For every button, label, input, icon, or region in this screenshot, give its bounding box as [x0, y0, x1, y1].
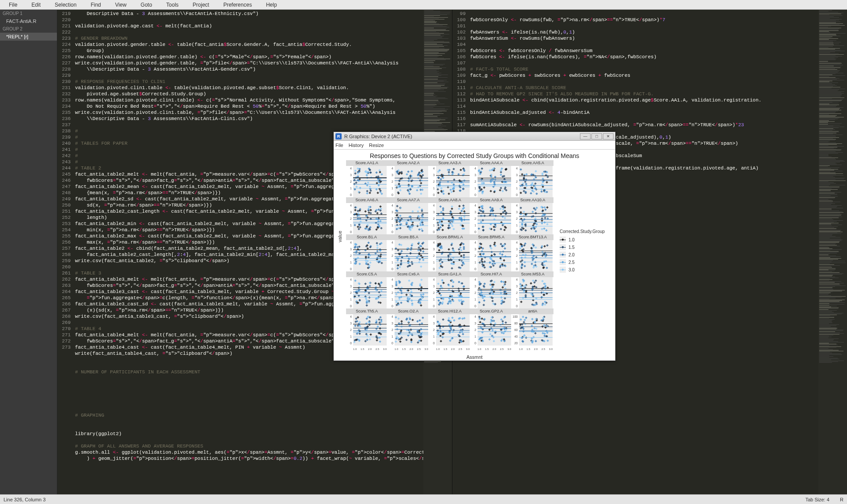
facet-body — [478, 240, 511, 271]
facet-body — [395, 203, 428, 234]
menu-help[interactable]: Help — [259, 1, 284, 9]
plot-title: Responses to Questions by Corrected Stud… — [334, 150, 615, 160]
r-window-menubar: File History Resize — [334, 141, 615, 150]
facet-Score.BMT13.A: Score.BMT13.A43210 — [512, 234, 553, 271]
legend-swatch-icon — [560, 244, 566, 250]
r-window-title: R Graphics: Device 2 (ACTIVE) — [344, 134, 412, 139]
facet-body — [436, 166, 470, 197]
facet-Score.B5.A: Score.B5.A43210 — [388, 234, 429, 271]
gutter-left: 2192202212222232242252262272282292302312… — [57, 10, 73, 494]
facet-strip: Score.BRM1.A — [429, 234, 471, 240]
menu-find[interactable]: Find — [83, 1, 108, 9]
plot-area: Responses to Questions by Corrected Stud… — [334, 150, 615, 361]
menu-edit[interactable]: Edit — [24, 1, 48, 9]
facet-Score.AA5.A: Score.AA5.A43210 — [512, 160, 553, 197]
facet-strip: Score.O2.A — [388, 308, 429, 314]
facet-Score.O2.A: Score.O2.A432101.01.52.02.53.0 — [388, 308, 429, 346]
legend-item: 2.0 — [560, 252, 613, 258]
facet-Score.GA1.A: Score.GA1.A43210 — [429, 271, 471, 308]
facet-Score.AA4.A: Score.AA4.A43210 — [471, 160, 512, 197]
facet-strip: Score.B1.A — [346, 234, 388, 240]
menu-tools[interactable]: Tools — [159, 1, 186, 9]
r-window-titlebar[interactable]: R R Graphics: Device 2 (ACTIVE) — □ ✕ — [334, 132, 615, 141]
facet-strip: Score.AA10.A — [512, 197, 553, 203]
window-min-button[interactable]: — — [580, 133, 591, 139]
facet-body — [478, 166, 511, 197]
legend-label: 2.5 — [568, 260, 575, 265]
facet-strip: Score.Cx6.A — [388, 271, 429, 277]
facet-body — [519, 277, 553, 308]
plot-legend: Corrected.Study.Group 1.01.52.02.53.0 — [560, 229, 613, 274]
sidebar: GROUP 1 FACT-AntiA.R GROUP 2 *REPL* [r] — [0, 10, 57, 494]
legend-item: 3.0 — [560, 267, 613, 273]
facet-strip: Score.AA5.A — [512, 160, 553, 166]
facet-body — [519, 203, 553, 234]
facet-body — [395, 314, 428, 346]
window-max-button[interactable]: □ — [591, 133, 602, 139]
legend-swatch-icon — [560, 237, 566, 243]
facet-Score.BRM5.A: Score.BRM5.A43210 — [471, 234, 512, 271]
menu-view[interactable]: View — [108, 1, 134, 9]
facet-strip: Score.AA8.A — [429, 197, 471, 203]
facet-strip: Score.Th5.A — [346, 308, 388, 314]
facet-Score.AA1.A: Score.AA1.A43210 — [346, 160, 388, 197]
facet-Score.GP2.A: Score.GP2.A432101.01.52.02.53.0 — [471, 308, 512, 346]
facet-Score.BRM1.A: Score.BRM1.A43210 — [429, 234, 471, 271]
r-app-icon: R — [335, 133, 342, 139]
facet-body — [436, 314, 470, 346]
facet-strip: Score.GA1.A — [429, 271, 471, 277]
legend-swatch-icon — [560, 259, 566, 265]
facet-strip: Score.AA7.A — [388, 197, 429, 203]
r-menu-file[interactable]: File — [335, 143, 343, 148]
menu-project[interactable]: Project — [186, 1, 216, 9]
facet-Score.Cx6.A: Score.Cx6.A43210 — [388, 271, 429, 308]
facet-Score.AA7.A: Score.AA7.A43210 — [388, 197, 429, 234]
sidebar-file-1[interactable]: FACT-AntiA.R — [0, 17, 57, 25]
minimap-right[interactable] — [818, 10, 847, 494]
facet-strip: Score.AA3.A — [429, 160, 471, 166]
status-tabsize[interactable]: Tab Size: 4 — [806, 497, 829, 502]
menu-selection[interactable]: Selection — [48, 1, 83, 9]
legend-label: 1.0 — [568, 237, 575, 242]
facet-strip: Score.B5.A — [388, 234, 429, 240]
legend-swatch-icon — [560, 252, 566, 258]
facet-body — [436, 203, 470, 234]
legend-item: 1.5 — [560, 244, 613, 250]
legend-title: Corrected.Study.Group — [560, 229, 613, 234]
r-menu-history[interactable]: History — [349, 143, 364, 148]
facet-body — [519, 166, 553, 197]
facet-body — [353, 166, 387, 197]
facet-Score.AA2.A: Score.AA2.A43210 — [388, 160, 429, 197]
legend-swatch-icon — [560, 267, 566, 273]
r-graphics-window[interactable]: R R Graphics: Device 2 (ACTIVE) — □ ✕ Fi… — [333, 132, 616, 361]
facet-Score.AA3.A: Score.AA3.A43210 — [429, 160, 471, 197]
facet-body — [478, 203, 511, 234]
facet-Score.AA8.A: Score.AA8.A43210 — [429, 197, 471, 234]
statusbar: Line 326, Column 3 Tab Size: 4 R — [0, 494, 847, 504]
legend-item: 2.5 — [560, 259, 613, 265]
facet-Score.AA6.A: Score.AA6.A43210 — [346, 197, 388, 234]
facet-body — [519, 240, 553, 271]
facet-strip: Score.AA1.A — [346, 160, 388, 166]
facet-Score.C5.A: Score.C5.A43210 — [346, 271, 388, 308]
facet-body — [519, 314, 553, 346]
facet-Score.Th5.A: Score.Th5.A432101.01.52.02.53.0 — [346, 308, 388, 346]
facet-antiA: antiA100806040201.01.52.02.53.0 — [512, 308, 553, 346]
status-lang[interactable]: R — [840, 497, 843, 502]
facet-body — [353, 277, 387, 308]
menu-preferences[interactable]: Preferences — [216, 1, 259, 9]
r-menu-resize[interactable]: Resize — [369, 143, 384, 148]
window-close-button[interactable]: ✕ — [603, 133, 614, 139]
menu-file[interactable]: File — [2, 1, 24, 9]
status-cursor[interactable]: Line 326, Column 3 — [4, 497, 45, 502]
facet-Score.AA9.A: Score.AA9.A43210 — [471, 197, 512, 234]
sidebar-group-1: GROUP 1 — [0, 10, 57, 17]
sidebar-group-2: GROUP 2 — [0, 25, 57, 33]
facet-strip: Score.AA2.A — [388, 160, 429, 166]
facet-body — [353, 203, 387, 234]
facet-strip: Score.HI12.A — [429, 308, 471, 314]
sidebar-file-2[interactable]: *REPL* [r] — [0, 33, 57, 41]
facet-body — [436, 240, 470, 271]
legend-label: 2.0 — [568, 252, 575, 257]
menu-goto[interactable]: Goto — [134, 1, 159, 9]
